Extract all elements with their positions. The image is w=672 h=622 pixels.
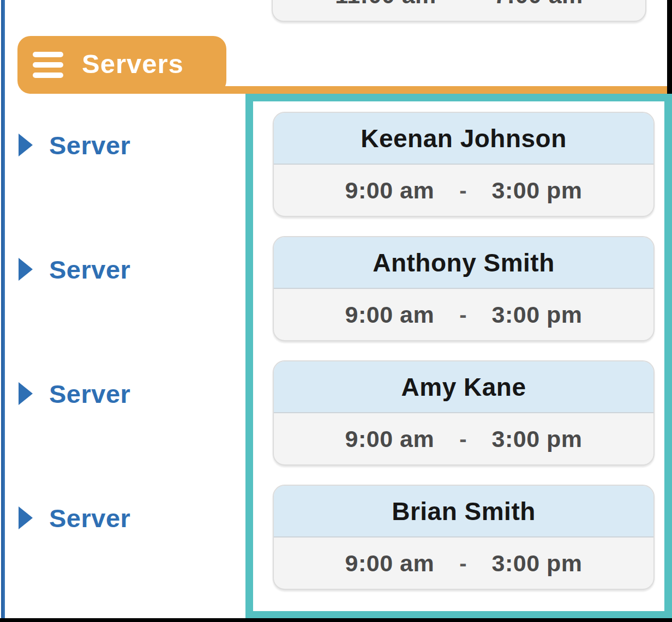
bottom-edge-line [0,618,672,622]
time-separator-icon: - [459,427,466,451]
servers-tab-label: Servers [82,51,184,80]
time-end: 3:00 pm [491,426,582,452]
server-group-label: Server [49,381,130,407]
shift-card[interactable]: Anthony Smith 9:00 am - 3:00 pm [273,236,655,341]
servers-tab[interactable]: Servers [17,36,226,94]
shift-name: Keenan Johnson [274,113,653,165]
partial-shift-card[interactable]: 11:00 am - 7:00 am [272,0,646,22]
triangle-right-icon[interactable] [19,258,33,281]
time-start: 9:00 am [345,301,434,328]
server-group-label: Server [49,505,130,531]
time-start: 9:00 am [345,426,434,452]
server-group-row[interactable]: Server [19,255,130,283]
schedule-page: 11:00 am - 7:00 am Servers Server Server… [0,0,672,622]
shift-card[interactable]: Keenan Johnson 9:00 am - 3:00 pm [273,112,655,217]
time-end: 3:00 pm [491,550,582,577]
time-end: 3:00 pm [491,177,582,204]
left-edge-line [1,0,5,622]
time-start: 9:00 am [345,550,434,577]
time-start: 11:00 am [335,0,436,9]
triangle-right-icon[interactable] [19,382,33,405]
shift-name: Brian Smith [274,486,653,538]
time-separator-icon: - [459,178,466,203]
shift-name: Anthony Smith [274,237,653,289]
server-group-row[interactable]: Server [19,131,130,159]
time-start: 9:00 am [345,177,434,204]
time-end: 3:00 pm [491,301,582,328]
shift-time-range: 9:00 am - 3:00 pm [274,165,653,216]
triangle-right-icon[interactable] [19,134,33,156]
shift-time-range: 9:00 am - 3:00 pm [274,413,653,464]
time-separator-icon: - [459,303,466,327]
triangle-right-icon[interactable] [19,506,33,529]
shift-time-range: 9:00 am - 3:00 pm [274,289,653,340]
shift-time-range: 9:00 am - 3:00 pm [274,538,653,589]
time-separator-icon: - [461,0,469,8]
hamburger-menu-icon[interactable] [33,52,63,78]
shift-card[interactable]: Brian Smith 9:00 am - 3:00 pm [273,485,655,590]
shift-card[interactable]: Amy Kane 9:00 am - 3:00 pm [273,360,655,466]
shift-name: Amy Kane [274,361,653,413]
time-end: 7:00 am [494,0,583,9]
time-separator-icon: - [459,551,466,576]
server-group-label: Server [49,257,130,282]
server-group-row[interactable]: Server [19,379,130,408]
server-group-row[interactable]: Server [19,504,130,532]
right-edge-line [667,0,672,94]
server-group-label: Server [49,132,130,158]
